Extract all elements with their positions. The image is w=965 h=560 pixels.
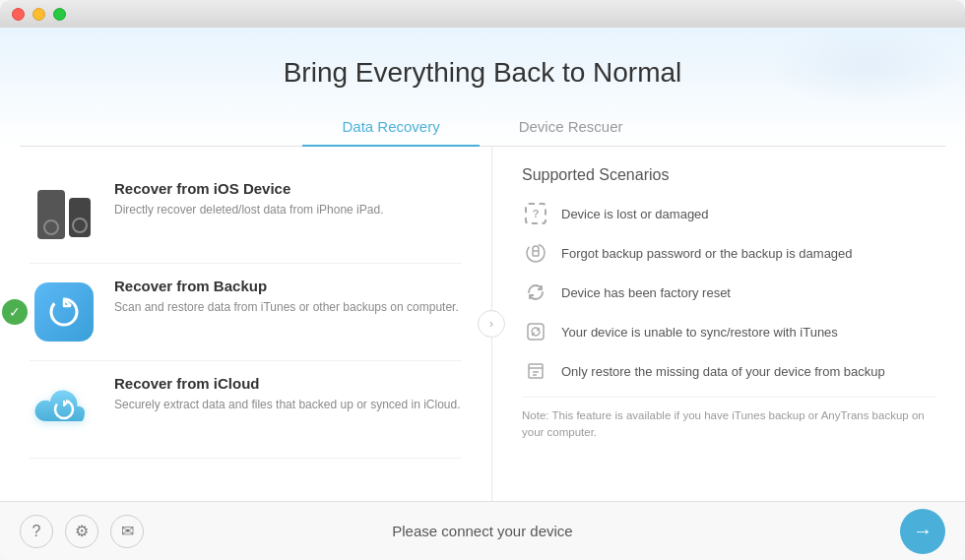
icloud-icon (30, 375, 98, 444)
left-panel: Recover from iOS Device Directly recover… (0, 147, 492, 501)
svg-rect-5 (528, 324, 544, 340)
next-button[interactable]: → (900, 509, 945, 554)
ios-device-icon (30, 180, 98, 249)
status-text: Please connect your device (392, 523, 572, 539)
backup-title: Recover from Backup (114, 278, 459, 294)
icloud-title: Recover from iCloud (114, 375, 461, 392)
list-item[interactable]: ✓ Recover from Backup Scan and restore d… (30, 264, 462, 361)
right-panel: Supported Scenarios ? Device is lost or … (492, 147, 965, 501)
backup-icon (30, 278, 98, 346)
svg-rect-4 (533, 251, 539, 256)
bottom-icons: ? ⚙ ✉ (20, 515, 144, 548)
ios-device-title: Recover from iOS Device (114, 180, 383, 197)
question-dashed-icon: ? (522, 200, 549, 227)
panel-arrow-icon[interactable]: › (478, 310, 505, 338)
icloud-desc: Securely extract data and files that bac… (114, 396, 461, 413)
scenarios-note: Note: This feature is available if you h… (522, 397, 935, 442)
main-title: Bring Everything Back to Normal (20, 57, 945, 89)
backup-desc: Scan and restore data from iTunes or oth… (114, 298, 459, 316)
maximize-button[interactable] (53, 8, 66, 21)
scenario-text-missing: Only restore the missing data of your de… (561, 364, 885, 379)
scenario-text-reset: Device has been factory reset (561, 285, 731, 300)
main-content: Bring Everything Back to Normal Data Rec… (0, 28, 965, 501)
svg-rect-6 (529, 364, 543, 378)
minimize-button[interactable] (32, 8, 45, 21)
header-area: Bring Everything Back to Normal Data Rec… (0, 28, 965, 147)
list-item[interactable]: Recover from iCloud Securely extract dat… (30, 361, 462, 459)
list-item: ? Device is lost or damaged (522, 200, 935, 227)
list-item[interactable]: Recover from iOS Device Directly recover… (30, 166, 462, 264)
tab-bar: Data Recovery Device Rescuer (20, 108, 945, 147)
reset-icon (522, 279, 549, 306)
backup-text: Recover from Backup Scan and restore dat… (114, 278, 459, 316)
ios-device-text: Recover from iOS Device Directly recover… (114, 180, 383, 218)
icloud-text: Recover from iCloud Securely extract dat… (114, 375, 461, 413)
scenarios-title: Supported Scenarios (522, 166, 935, 184)
ios-device-desc: Directly recover deleted/lost data from … (114, 201, 383, 218)
tab-data-recovery[interactable]: Data Recovery (302, 108, 479, 147)
list-item: Only restore the missing data of your de… (522, 357, 935, 385)
title-bar (0, 0, 965, 28)
restore-box-icon (522, 357, 549, 385)
list-item: Device has been factory reset (522, 279, 935, 306)
message-button[interactable]: ✉ (110, 515, 144, 548)
backup-lock-icon (522, 239, 549, 267)
scenario-text-sync: Your device is unable to sync/restore wi… (561, 325, 838, 340)
scenario-text-backup: Forgot backup password or the backup is … (561, 246, 853, 261)
list-item: Your device is unable to sync/restore wi… (522, 318, 935, 345)
list-item: Forgot backup password or the backup is … (522, 239, 935, 267)
tab-device-rescuer[interactable]: Device Rescuer (480, 108, 663, 147)
help-button[interactable]: ? (20, 515, 53, 548)
content-area: Recover from iOS Device Directly recover… (0, 147, 965, 501)
close-button[interactable] (12, 8, 25, 21)
bottom-bar: ? ⚙ ✉ Please connect your device → (0, 501, 965, 560)
scenario-text-lost: Device is lost or damaged (561, 207, 709, 221)
settings-button[interactable]: ⚙ (65, 515, 98, 548)
selected-check-icon: ✓ (2, 299, 28, 325)
backup-refresh-icon (46, 294, 82, 330)
sync-itunes-icon (522, 318, 549, 345)
